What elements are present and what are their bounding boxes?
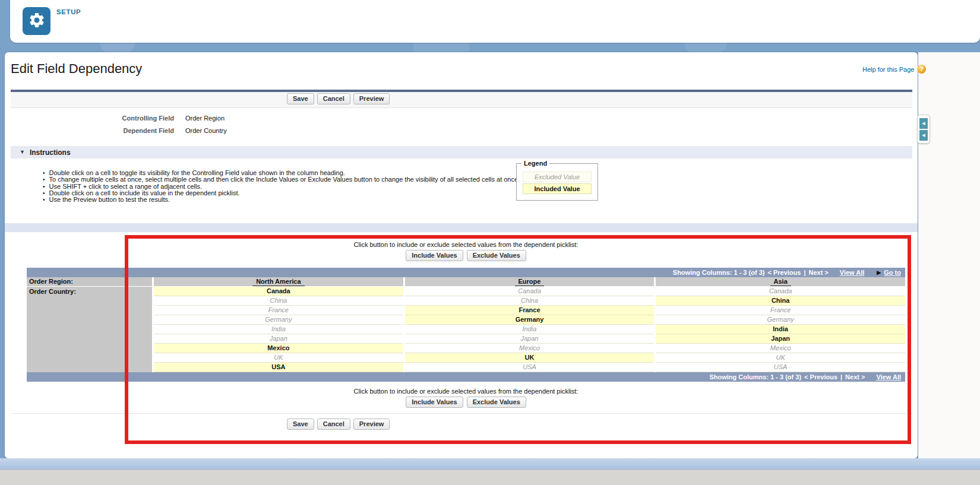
paging-label: Showing Columns: 1 - 3 (of 3) — [709, 373, 801, 381]
paging-separator: | — [840, 373, 842, 381]
matrix-cell-north-america-mexico[interactable]: Mexico — [154, 344, 403, 353]
legend-excluded-value: Excluded Value — [523, 172, 592, 182]
include-values-button[interactable]: Include Values — [406, 397, 463, 408]
matrix-cell-europe-canada[interactable]: Canada — [405, 287, 655, 296]
include-exclude-row-bottom: Include Values Exclude Values — [27, 397, 905, 408]
matrix-cell-asia-canada[interactable]: Canada — [656, 287, 905, 296]
collapse-twisty-icon[interactable]: ▼ — [20, 150, 25, 155]
exclude-values-button[interactable]: Exclude Values — [467, 397, 526, 408]
bottom-button-row: Save Cancel Preview — [287, 419, 390, 430]
window-bottom-strip — [0, 458, 980, 470]
row-header-spacer — [127, 277, 152, 287]
screen: SETUP Edit Field Dependency Help for thi… — [0, 0, 980, 485]
matrix-cell-north-america-france[interactable]: France — [154, 306, 403, 315]
matrix-cell-asia-france[interactable]: France — [656, 306, 905, 315]
previous-link[interactable]: < Previous — [804, 373, 837, 381]
legend-title: Legend — [521, 160, 549, 167]
matrix-cell-asia-usa[interactable]: USA — [656, 363, 905, 372]
matrix-cell-europe-japan[interactable]: Japan — [405, 334, 655, 344]
paging-label: Showing Columns: 1 - 3 (of 3) — [673, 269, 765, 276]
legend-included-value: Included Value — [523, 183, 592, 194]
column-header-label: North America — [252, 278, 304, 286]
next-link[interactable]: Next > — [845, 373, 865, 381]
matrix-cell-north-america-germany[interactable]: Germany — [154, 315, 403, 325]
matrix-cell-europe-mexico[interactable]: Mexico — [405, 344, 655, 353]
previous-link[interactable]: < Previous — [767, 269, 801, 276]
matrix-cell-europe-usa[interactable]: USA — [405, 363, 655, 372]
picklist-prompt-top: Click button to include or exclude selec… — [27, 241, 905, 248]
instruction-item: Use the Preview button to test the resul… — [43, 196, 520, 203]
row-header-order-region: Order Region: — [27, 277, 125, 287]
matrix-cell-north-america-canada[interactable]: Canada — [154, 287, 403, 296]
matrix-grid: Order Region:North AmericaEuropeAsiaOrde… — [27, 277, 905, 372]
save-button[interactable]: Save — [287, 93, 314, 104]
matrix-cell-asia-germany[interactable]: Germany — [656, 315, 905, 325]
global-header: SETUP — [10, 0, 980, 43]
section-divider-band — [5, 223, 918, 232]
sidebar-collapse-handle[interactable]: ◀ ◀ — [917, 115, 930, 144]
go-to-link[interactable]: Go to — [884, 269, 901, 276]
view-all-link[interactable]: View All — [876, 373, 901, 381]
include-exclude-row-top: Include Values Exclude Values — [27, 250, 905, 261]
legend-box: Legend Excluded Value Included Value — [516, 163, 598, 201]
cancel-button[interactable]: Cancel — [317, 419, 350, 430]
matrix-cell-europe-india[interactable]: India — [405, 325, 655, 334]
instructions-title: Instructions — [30, 148, 71, 157]
instruction-item: To change multiple cells at once, select… — [43, 176, 520, 183]
matrix-cell-europe-france[interactable]: France — [405, 306, 655, 315]
save-button[interactable]: Save — [287, 419, 314, 430]
matrix-cell-asia-india[interactable]: India — [656, 325, 905, 334]
setup-label[interactable]: SETUP — [56, 8, 81, 15]
view-all-link[interactable]: View All — [840, 269, 865, 276]
controlling-field-label: Controlling Field — [97, 115, 174, 122]
columns-paging-bar-top: Showing Columns: 1 - 3 (of 3) < Previous… — [27, 268, 905, 277]
matrix-cell-north-america-china[interactable]: China — [154, 296, 403, 306]
exclude-values-button[interactable]: Exclude Values — [467, 250, 526, 261]
picklist-prompt-bottom: Click button to include or exclude selec… — [27, 388, 905, 395]
right-margin-area — [918, 52, 980, 458]
matrix-cell-north-america-uk[interactable]: UK — [154, 353, 403, 363]
next-link[interactable]: Next > — [808, 269, 828, 276]
column-header-europe[interactable]: Europe — [405, 277, 655, 287]
matrix-cell-asia-japan[interactable]: Japan — [656, 334, 905, 344]
form-button-strip — [11, 92, 912, 108]
bottom-divider-line — [11, 413, 912, 414]
page-title: Edit Field Dependency — [11, 61, 142, 77]
instructions-list: Double click on a cell to toggle its vis… — [43, 170, 520, 203]
gear-icon — [28, 11, 46, 31]
row-header-order-country: Order Country: — [27, 287, 125, 372]
dependency-matrix: Showing Columns: 1 - 3 (of 3) < Previous… — [27, 268, 905, 382]
collapse-arrow-icon[interactable]: ◀ — [919, 118, 928, 129]
row-header-spacer-2 — [127, 287, 152, 372]
column-header-asia[interactable]: Asia — [656, 277, 905, 287]
matrix-cell-asia-uk[interactable]: UK — [656, 353, 905, 363]
preview-button[interactable]: Preview — [353, 419, 390, 430]
collapse-arrow-icon[interactable]: ◀ — [919, 130, 928, 141]
matrix-cell-europe-uk[interactable]: UK — [405, 353, 655, 363]
top-button-row: Save Cancel Preview — [287, 93, 390, 104]
help-for-this-page-link[interactable]: Help for this Page — [862, 66, 914, 73]
dependent-field-value: Order Country — [185, 127, 227, 134]
instructions-section-header[interactable]: ▼ Instructions — [11, 146, 912, 159]
column-header-north-america[interactable]: North America — [154, 277, 403, 287]
taskbar — [0, 470, 980, 485]
matrix-cell-europe-germany[interactable]: Germany — [405, 315, 655, 325]
help-area: Help for this Page ? — [862, 65, 926, 74]
matrix-cell-asia-china[interactable]: China — [656, 296, 905, 306]
go-to-arrow-icon: ▶ — [877, 270, 881, 275]
matrix-cell-north-america-india[interactable]: India — [154, 325, 403, 334]
column-header-label: Asia — [770, 278, 791, 286]
help-question-icon[interactable]: ? — [917, 65, 926, 74]
preview-button[interactable]: Preview — [353, 93, 390, 104]
columns-paging-bar-bottom: Showing Columns: 1 - 3 (of 3) < Previous… — [27, 372, 905, 382]
matrix-cell-north-america-usa[interactable]: USA — [154, 363, 403, 372]
matrix-cell-north-america-japan[interactable]: Japan — [154, 334, 403, 344]
matrix-cell-europe-china[interactable]: China — [405, 296, 655, 306]
include-values-button[interactable]: Include Values — [406, 250, 463, 261]
setup-gear-tile[interactable] — [23, 7, 50, 35]
dependent-field-label: Dependent Field — [97, 127, 174, 134]
cancel-button[interactable]: Cancel — [317, 93, 350, 104]
column-header-label: Europe — [515, 278, 545, 286]
controlling-field-value: Order Region — [185, 115, 225, 122]
matrix-cell-asia-mexico[interactable]: Mexico — [656, 344, 905, 353]
